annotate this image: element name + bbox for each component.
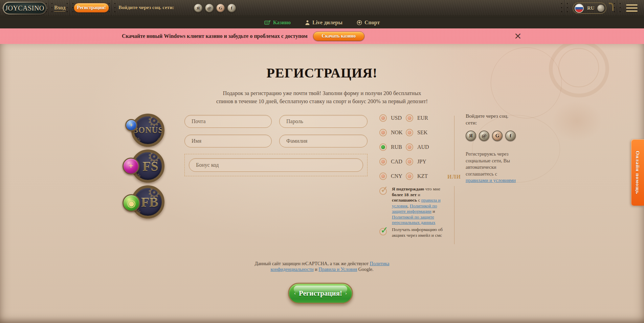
- promo-optin-text: Получать информацию об акциях через имей…: [392, 227, 443, 238]
- logo[interactable]: JOYCASINO: [3, 2, 47, 15]
- currency-options: USD EUR NOK SEK RUB AUD CAD JPY: [379, 114, 429, 187]
- screws: [620, 3, 621, 4]
- side-social-title: Войдите через соц. сети:: [466, 113, 520, 126]
- nav-sport[interactable]: Спорт: [357, 20, 380, 26]
- pipe-decoration: [609, 3, 614, 11]
- vertical-divider: [454, 186, 454, 244]
- header: JOYCASINO Вход Регистрация! Войдите чере…: [0, 0, 644, 16]
- dealer-icon: [305, 20, 310, 25]
- radio-nok[interactable]: [379, 129, 387, 136]
- side-social-buttons: Я @ G f: [466, 131, 516, 141]
- google-terms-link[interactable]: Правила и Условия: [318, 267, 357, 272]
- or-label: ИЛИ: [443, 174, 466, 180]
- screws: [109, 3, 110, 4]
- yandex-icon[interactable]: Я: [194, 3, 203, 13]
- screws: [51, 3, 52, 4]
- radio-rub[interactable]: [379, 143, 387, 151]
- language-selector[interactable]: RU: [573, 2, 606, 14]
- last-name-field[interactable]: [279, 135, 368, 147]
- bonus-code-field[interactable]: [189, 158, 363, 172]
- currency-label: JPY: [417, 159, 426, 165]
- page-title: РЕГИСТРАЦИЯ!: [0, 65, 644, 81]
- radio-usd[interactable]: [379, 114, 387, 122]
- radio-aud[interactable]: [406, 143, 413, 151]
- divider: [112, 0, 112, 16]
- freespins-badge: ⚙ ⚙ FS +: [123, 149, 166, 184]
- sketch-circle-decoration: [491, 47, 562, 118]
- radio-eur[interactable]: [406, 114, 413, 122]
- bonus-badges: ⚙ ⚙ ⚙ BONUS + ⚙ ⚙ FS + ⚙ ⚙ FB: [123, 113, 166, 221]
- left-arrow-icon: ‹: [294, 291, 296, 296]
- page-subtitle: Подарок за регистрацию уже почти твой! З…: [0, 89, 644, 106]
- soccer-ball-icon: [357, 20, 362, 25]
- divider: [617, 0, 617, 16]
- screws: [72, 3, 73, 4]
- subtitle-line-2: спинов в течение 10 дней, бесплатную ста…: [0, 97, 644, 106]
- facebook-icon[interactable]: f: [505, 131, 516, 141]
- google-icon[interactable]: G: [492, 131, 503, 141]
- download-casino-button[interactable]: Скачать казино: [313, 31, 364, 41]
- divider: [49, 0, 49, 16]
- joycasino-registration-page: JOYCASINO Вход Регистрация! Войдите чере…: [0, 0, 644, 323]
- yandex-icon[interactable]: Я: [466, 131, 476, 141]
- currency-label: KZT: [417, 173, 428, 179]
- menu-icon[interactable]: [626, 4, 638, 12]
- bonus-orb-icon: +: [125, 119, 137, 131]
- facebook-icon[interactable]: f: [227, 3, 236, 13]
- google-icon[interactable]: G: [216, 3, 225, 13]
- radio-cad[interactable]: [379, 158, 387, 165]
- terms-checkbox[interactable]: ✓: [379, 187, 387, 195]
- header-social-buttons: Я @ G f: [194, 3, 236, 13]
- register-submit-button[interactable]: ‹ Регистрация! ›: [288, 283, 353, 304]
- currency-label: USD: [391, 115, 406, 121]
- side-terms-link[interactable]: правилами и условиями: [466, 178, 516, 183]
- nav-sport-label: Спорт: [364, 20, 380, 26]
- nav-live-dealers[interactable]: Live дилеры: [305, 20, 342, 26]
- nav-casino[interactable]: Казино: [264, 20, 291, 26]
- personal-data-policy-link[interactable]: Политикой по защите персональных данных: [392, 214, 436, 225]
- nav-casino-label: Казино: [273, 20, 291, 26]
- terms-text: Я подтверждаю что мне более 18 лет и сог…: [392, 186, 441, 226]
- mailru-icon[interactable]: @: [205, 3, 214, 13]
- banner-content: Скачайте новый Windows клиент казино и з…: [122, 28, 364, 44]
- screws: [46, 3, 47, 4]
- checkmark-icon: ✓: [380, 225, 388, 236]
- subtitle-line-1: Подарок за регистрацию уже почти твой! З…: [0, 89, 644, 97]
- screws: [561, 3, 562, 4]
- currency-label: AUD: [417, 144, 429, 150]
- download-banner: Скачайте новый Windows клиент казино и з…: [0, 28, 644, 44]
- vertical-divider: [454, 116, 454, 170]
- close-icon[interactable]: ×: [514, 30, 522, 41]
- screws: [67, 3, 68, 4]
- currency-label: EUR: [417, 115, 428, 121]
- main-nav: Казино Live дилеры Спорт: [0, 16, 644, 28]
- divider: [70, 0, 70, 16]
- currency-label: RUB: [391, 144, 406, 150]
- radio-jpy[interactable]: [406, 158, 413, 165]
- badge-face: ⚙ ⚙ ⚙ BONUS: [131, 114, 164, 147]
- promo-checkbox[interactable]: ✓: [379, 228, 387, 235]
- terms-bold: соглашаюсь: [392, 198, 417, 203]
- radio-kzt[interactable]: [406, 172, 413, 180]
- online-help-tab[interactable]: Онлайн помощь: [631, 139, 644, 206]
- terms-bold: более 18 лет: [392, 192, 417, 197]
- chevron-down-icon[interactable]: [597, 5, 604, 12]
- banner-text: Скачайте новый Windows клиент казино и з…: [122, 33, 308, 39]
- screws: [567, 3, 568, 4]
- radio-cny[interactable]: [379, 172, 387, 180]
- password-field[interactable]: [279, 115, 368, 128]
- login-link[interactable]: Вход: [54, 5, 65, 11]
- screws: [614, 3, 615, 4]
- header-social-prompt: Войдите через соц. сети:: [118, 5, 174, 10]
- mailru-icon[interactable]: @: [479, 131, 489, 141]
- logo-text: JOYCASINO: [4, 3, 46, 14]
- header-register-button[interactable]: Регистрация!: [74, 3, 109, 13]
- screws: [114, 3, 115, 4]
- first-name-field[interactable]: [184, 135, 272, 147]
- radio-sek[interactable]: [406, 129, 413, 136]
- paper-stain: [552, 101, 602, 141]
- right-arrow-icon: ›: [345, 291, 347, 296]
- email-field[interactable]: [184, 115, 272, 128]
- nav-live-dealers-label: Live дилеры: [312, 20, 342, 26]
- recaptcha-note: Данный сайт защищен reCAPTCHA, а так же …: [0, 261, 644, 272]
